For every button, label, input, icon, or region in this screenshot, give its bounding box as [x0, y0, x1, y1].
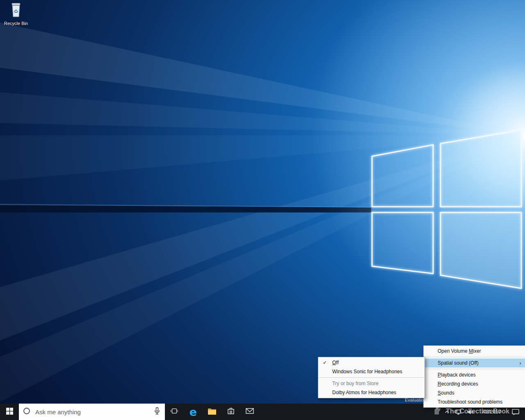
menu-item-spatial-sound[interactable]: Spatial sound (Off) ›: [424, 358, 525, 368]
windows-logo-icon: [6, 408, 13, 416]
submenu-arrow-icon: ›: [519, 358, 521, 368]
menu-item-windows-sonic[interactable]: Windows Sonic for Headphones: [318, 367, 425, 376]
menu-item-off[interactable]: ✓ Off: [318, 358, 425, 367]
menu-item-label: Try or buy from Store: [332, 381, 379, 386]
menu-item-label: Sounds: [438, 390, 454, 396]
menu-item-label: Playback devices: [438, 372, 476, 378]
store-icon: [226, 406, 235, 417]
menu-item-recording-devices[interactable]: Recording devices: [424, 379, 525, 388]
recycle-bin-glyph: ♻: [9, 2, 23, 20]
task-view-button[interactable]: [165, 404, 184, 420]
edge-icon: e: [189, 406, 197, 418]
recycle-bin-icon[interactable]: ♻ Recycle Bin: [2, 2, 30, 26]
menu-item-open-volume-mixer[interactable]: Open Volume Mixer: [424, 347, 525, 356]
check-icon: ✓: [323, 358, 327, 367]
svg-text:♻: ♻: [14, 9, 18, 14]
mail-button[interactable]: [240, 404, 259, 420]
menu-item-try-or-buy: Try or buy from Store: [318, 379, 425, 388]
menu-item-label: Recording devices: [438, 381, 478, 387]
volume-context-menu: Open Volume Mixer Spatial sound (Off) › …: [423, 345, 525, 408]
microphone-icon[interactable]: [153, 407, 161, 417]
file-explorer-icon: [207, 407, 217, 417]
tray-date: 7/2/2017: [476, 409, 507, 415]
menu-item-label: Off: [332, 360, 339, 365]
edge-button[interactable]: e: [184, 404, 203, 420]
file-explorer-button[interactable]: [203, 404, 221, 420]
volume-icon[interactable]: [464, 409, 476, 415]
store-button[interactable]: [221, 404, 240, 420]
menu-item-label: Spatial sound (Off): [438, 360, 479, 366]
menu-separator: [424, 369, 525, 369]
menu-item-troubleshoot[interactable]: Troubleshoot sound problems: [424, 397, 525, 406]
start-button[interactable]: [0, 404, 19, 420]
menu-item-sounds[interactable]: Sounds: [424, 388, 525, 397]
mail-icon: [245, 407, 254, 416]
task-view-icon: [170, 407, 179, 416]
action-center-button[interactable]: [507, 408, 524, 416]
search-box[interactable]: [19, 404, 165, 420]
menu-item-dolby-atmos[interactable]: Dolby Atmos for Headphones: [318, 388, 425, 397]
menu-item-playback-devices[interactable]: Playback devices: [424, 370, 525, 379]
menu-separator: [424, 357, 525, 357]
menu-item-label: Open Volume Mixer: [438, 348, 481, 354]
menu-separator: [319, 377, 424, 378]
show-hidden-icons-button[interactable]: [441, 409, 453, 414]
cortana-icon: [23, 407, 30, 416]
menu-item-label: Windows Sonic for Headphones: [332, 369, 402, 374]
desktop: ♻ Recycle Bin Evaluatio ✓ Off Windows So…: [0, 0, 525, 420]
network-icon[interactable]: [453, 409, 464, 415]
search-input[interactable]: [34, 408, 149, 416]
menu-item-label: Troubleshoot sound problems: [438, 399, 502, 405]
spatial-sound-submenu: ✓ Off Windows Sonic for Headphones Try o…: [318, 357, 425, 398]
menu-item-label: Dolby Atmos for Headphones: [332, 390, 396, 395]
recycle-bin-label: Recycle Bin: [4, 21, 28, 26]
clock[interactable]: 7/2/2017: [476, 409, 507, 415]
